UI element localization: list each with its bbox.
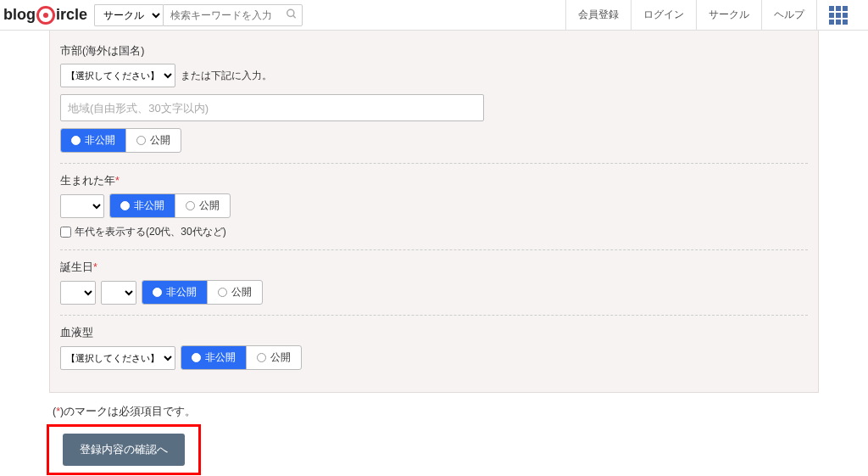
submit-button[interactable]: 登録内容の確認へ (63, 434, 185, 466)
label-birth-year: 生まれた年* (60, 174, 808, 188)
blood-privacy-private[interactable]: 非公開 (181, 346, 247, 369)
site-logo[interactable]: blog ircle (3, 6, 87, 25)
label-city: 市部(海外は国名) (60, 44, 808, 59)
blood-privacy-toggle: 非公開 公開 (181, 345, 302, 370)
birthday-day-select[interactable] (101, 281, 136, 305)
radio-dot-icon (136, 136, 146, 145)
svg-point-0 (287, 9, 294, 16)
required-footnote: (*)のマークは必須項目です。 (53, 405, 819, 419)
label-blood-type: 血液型 (60, 326, 808, 340)
city-free-input[interactable] (60, 94, 484, 121)
logo-circle-icon (36, 6, 55, 25)
submit-highlight-box: 登録内容の確認へ (47, 424, 201, 475)
birthday-privacy-public[interactable]: 公開 (208, 281, 262, 304)
radio-dot-icon (257, 353, 266, 362)
birth-year-privacy-public[interactable]: 公開 (175, 194, 230, 217)
logo-text-ircle: ircle (56, 6, 87, 24)
nav-help[interactable]: ヘルプ (761, 0, 816, 31)
birthday-privacy-private[interactable]: 非公開 (142, 281, 208, 304)
radio-dot-icon (218, 288, 227, 297)
nav-register[interactable]: 会員登録 (565, 0, 631, 31)
blood-type-select[interactable]: 【選択してください】 (60, 346, 175, 370)
city-privacy-private[interactable]: 非公開 (61, 129, 126, 152)
city-select[interactable]: 【選択してください】 (60, 64, 175, 87)
radio-dot-icon (71, 136, 81, 145)
show-age-decade-label: 年代を表示する(20代、30代など) (75, 225, 226, 239)
city-privacy-public[interactable]: 公開 (126, 129, 181, 152)
birth-year-privacy-toggle: 非公開 公開 (109, 193, 231, 218)
search-icon[interactable] (286, 8, 298, 22)
field-blood-type: 血液型 【選択してください】 非公開 公開 (60, 315, 808, 380)
search-category-select[interactable]: サークル (94, 4, 163, 26)
svg-line-1 (293, 15, 296, 18)
blood-privacy-public[interactable]: 公開 (247, 346, 301, 369)
radio-dot-icon (186, 201, 195, 210)
label-birthday: 誕生日* (60, 260, 808, 275)
field-birthday: 誕生日* 非公開 公開 (60, 249, 808, 315)
field-birth-year: 生まれた年* 非公開 公開 年代を表示する(20代、30代など) (60, 163, 808, 249)
show-age-decade-checkbox[interactable] (60, 227, 71, 238)
logo-text-blog: blog (3, 6, 36, 24)
radio-dot-icon (120, 201, 130, 210)
search-input[interactable] (163, 4, 303, 26)
radio-dot-icon (192, 353, 201, 362)
apps-grid-icon[interactable] (816, 0, 860, 31)
nav-circle[interactable]: サークル (696, 0, 761, 31)
city-privacy-toggle: 非公開 公開 (60, 128, 181, 153)
city-or-text: または下記に入力。 (181, 69, 272, 83)
birthday-privacy-toggle: 非公開 公開 (142, 280, 263, 305)
radio-dot-icon (153, 288, 162, 297)
field-city: 市部(海外は国名) 【選択してください】 または下記に入力。 非公開 公開 (60, 39, 808, 163)
birthday-month-select[interactable] (60, 281, 96, 305)
nav-login[interactable]: ログイン (631, 0, 696, 31)
birth-year-select[interactable] (60, 194, 104, 218)
birth-year-privacy-private[interactable]: 非公開 (110, 194, 175, 217)
